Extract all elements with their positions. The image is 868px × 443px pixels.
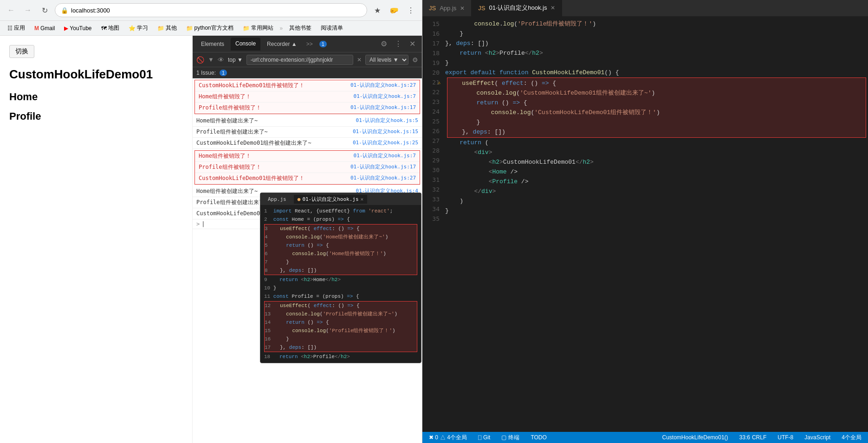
reload-button[interactable]: ↻ [38, 4, 51, 17]
back-button[interactable]: ← [5, 4, 18, 17]
youtube-label: YouTube [70, 25, 91, 32]
app-page: 切换 CustomHookLifeDemo01 Home Profile [0, 36, 193, 443]
star-button[interactable]: ★ [371, 4, 384, 17]
error-group-1: CustomHookLifeDemo01组件被销毁了！ 01-认识自定义hook… [194, 80, 420, 114]
issue-bar: 1 Issue: 1 [193, 67, 422, 78]
floating-preview: App.js ● 01-认识自定义hook.js ✕ 1 import Reac… [260, 193, 421, 363]
statusbar: ✖ 0 △ 4个全局 ⎕ Git ▢ 终端 TODO CustomHookLif… [422, 432, 868, 443]
status-errors[interactable]: ✖ 0 △ 4个全局 [427, 434, 469, 442]
status-errors2[interactable]: 4个全局 [840, 434, 863, 442]
common-icon: 📁 [243, 25, 250, 32]
status-function[interactable]: CustomHookLifeDemo01() [661, 434, 730, 442]
bookmark-others2[interactable]: 其他书签 [286, 23, 314, 33]
gmail-label: Gmail [40, 25, 55, 32]
encoding-text: UTF-8 [777, 434, 793, 441]
floating-tab-hook[interactable]: ● 01-认识自定义hook.js ✕ [294, 195, 367, 204]
filter-input[interactable] [246, 55, 353, 65]
other-icon: 📁 [157, 25, 164, 32]
tab-close-appjs[interactable]: ✕ [460, 5, 465, 12]
float-close-icon[interactable]: ✕ [361, 196, 364, 202]
extensions-button[interactable]: 🤛 [388, 4, 401, 17]
vscode-tab-appjs[interactable]: JS App.js ✕ [422, 0, 472, 16]
bookmark-reading[interactable]: 阅读清单 [318, 23, 346, 33]
bookmark-youtube[interactable]: ▶ YouTube [61, 24, 94, 32]
settings-icon2[interactable]: ⚙ [412, 56, 418, 64]
maps-label: 地图 [108, 24, 119, 32]
python-icon: 📁 [186, 25, 193, 32]
devtools-more-icon[interactable]: >> [304, 39, 316, 49]
bookmark-maps[interactable]: 🗺 地图 [98, 23, 122, 33]
bookmark-learn[interactable]: ⭐ 学习 [126, 23, 151, 33]
reading-label: 阅读清单 [321, 24, 343, 32]
youtube-icon: ▶ [64, 25, 68, 32]
devtools-overflow-icon[interactable]: ⋮ [392, 39, 405, 48]
status-todo[interactable]: TODO [529, 434, 548, 441]
language-text: JavaScript [804, 434, 830, 441]
todo-label: TODO [531, 434, 546, 441]
other-label: 其他 [166, 24, 177, 32]
tab-console[interactable]: Console [231, 38, 260, 51]
log-entry: CustomHookLifeDemo01组件被销毁了！ 01-认识自定义hook… [195, 173, 420, 184]
devtools-badge: 1 [319, 41, 327, 47]
status-git[interactable]: ⎕ Git [476, 434, 492, 441]
clear-filter-icon[interactable]: ✕ [357, 57, 362, 63]
error-count-icon: ✖ 0 [429, 434, 438, 441]
log-entry: CustomHookLifeDemo01组件被销毁了！ 01-认识自定义hook… [195, 80, 420, 91]
js-icon-float: ● [298, 196, 301, 202]
maps-icon: 🗺 [101, 25, 107, 32]
bookmark-other[interactable]: 📁 其他 [155, 23, 180, 33]
log-entry: Home组件被销毁了！ 01-认识自定义hook.js:7 [195, 91, 420, 103]
log-entry: Profile组件被销毁了！ 01-认识自定义hook.js:17 [195, 162, 420, 173]
tab-close-hook[interactable]: ✕ [551, 5, 555, 11]
browser-bookmarks: ☷ 应用 M Gmail ▶ YouTube 🗺 地图 ⭐ 学习 📁 其他 📁 … [0, 21, 422, 36]
js-icon: JS [429, 5, 436, 12]
others2-label: 其他书签 [289, 24, 311, 32]
log-entry: Profile组件被创建出来了~ 01-认识自定义hook.js:15 [193, 127, 422, 138]
cursor-blink[interactable]: | [201, 221, 205, 227]
errors-text: 4个全局 [842, 434, 862, 442]
nav-profile: Profile [9, 110, 183, 122]
bookmark-python[interactable]: 📁 python官方文档 [183, 23, 236, 33]
log-entry: Home组件被销毁了！ 01-认识自定义hook.js:7 [195, 151, 420, 162]
bookmark-gmail[interactable]: M Gmail [32, 24, 58, 32]
log-entry: Profile组件被销毁了！ 01-认识自定义hook.js:17 [195, 103, 420, 114]
top-label: top ▼ [228, 57, 243, 63]
tab-recorder[interactable]: Recorder ▲ [262, 38, 302, 50]
devtools-settings-icon[interactable]: ⚙ [378, 39, 390, 48]
bookmark-common[interactable]: 📁 常用网站 [240, 23, 276, 33]
menu-button[interactable]: ⋮ [404, 4, 417, 17]
useeffect-highlight: useEffect( effect: () => { console.log('… [447, 77, 866, 138]
position-text: 33:6 [739, 434, 750, 441]
vscode-tab-hook[interactable]: JS 01-认识自定义hook.js ✕ [472, 0, 562, 16]
app-title: CustomHookLifeDemo01 [9, 67, 183, 82]
eye-icon[interactable]: 👁 [218, 56, 224, 64]
log-entry: Home组件被创建出来了~ 01-认识自定义hook.js:5 [193, 116, 422, 127]
clear-console-icon[interactable]: 🚫 [196, 56, 204, 64]
level-select[interactable]: All levels ▼ [365, 55, 408, 65]
more-bookmarks-icon: » [280, 25, 283, 32]
log-entry: CustomHookLifeDemo01组件被创建出来了~ 01-认识自定义ho… [193, 138, 422, 149]
tab-label-hook: 01-认识自定义hook.js [489, 4, 547, 12]
issue-label: 1 Issue: [196, 70, 216, 76]
learn-icon: ⭐ [129, 25, 136, 32]
status-terminal[interactable]: ▢ 终端 [499, 434, 521, 442]
devtools-tabs: Elements Console Recorder ▲ >> 1 ⚙ ⋮ ✕ [193, 36, 422, 52]
filter-icon[interactable]: ▼ [208, 56, 214, 63]
status-position[interactable]: 33:6 CRLF [738, 434, 769, 442]
address-bar[interactable]: 🔒 localhost:3000 [55, 3, 367, 17]
toggle-button[interactable]: 切换 [9, 45, 34, 58]
code-area[interactable]: console.log('Profile组件被销毁了！') } }, deps:… [443, 16, 868, 432]
status-encoding[interactable]: UTF-8 [776, 434, 795, 442]
warning-count: △ 4个全局 [440, 434, 467, 442]
tab-elements[interactable]: Elements [196, 38, 229, 50]
floating-tab-appjs[interactable]: App.js [264, 195, 290, 203]
nav-home: Home [9, 91, 183, 103]
forward-button[interactable]: → [21, 4, 34, 17]
bookmark-apps[interactable]: ☷ 应用 [5, 23, 28, 33]
status-language[interactable]: JavaScript [803, 434, 832, 442]
status-right: CustomHookLifeDemo01() 33:6 CRLF UTF-8 J… [661, 434, 863, 442]
python-label: python官方文档 [194, 24, 233, 32]
devtools-close-icon[interactable]: ✕ [407, 39, 418, 48]
float-highlight-1: 3 useEffect( effect: () => { 4 console.l… [264, 224, 417, 275]
vscode-panel: JS App.js ✕ JS 01-认识自定义hook.js ✕ 15 16 1… [422, 0, 868, 443]
